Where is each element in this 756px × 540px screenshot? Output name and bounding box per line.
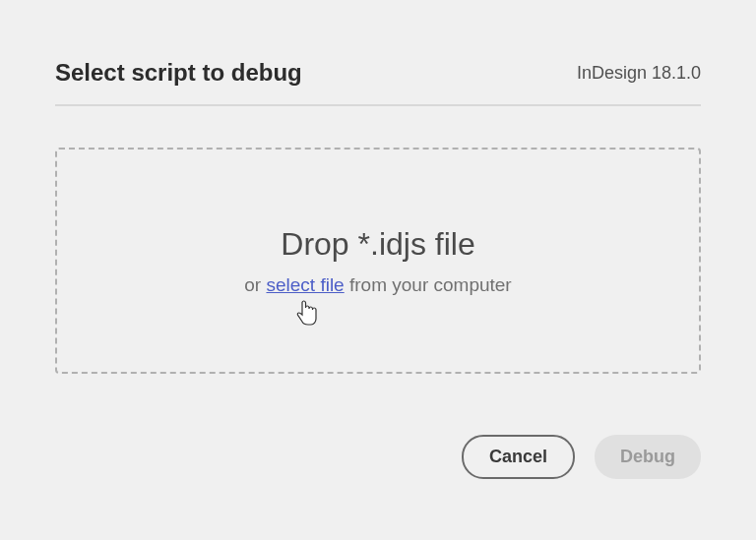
version-label: InDesign 18.1.0 (577, 63, 701, 84)
dropzone-suffix: from your computer (345, 274, 512, 295)
dialog-title: Select script to debug (55, 59, 302, 87)
cancel-button[interactable]: Cancel (462, 435, 575, 479)
debug-button: Debug (595, 435, 701, 479)
dropzone-prefix: or (244, 274, 266, 295)
select-file-link[interactable]: select file (266, 274, 344, 295)
dropzone-subtitle: or select file from your computer (244, 274, 511, 296)
dropzone-main-text: Drop *.idjs file (281, 226, 474, 263)
dialog-header: Select script to debug InDesign 18.1.0 (0, 0, 756, 104)
dialog-footer: Cancel Debug (0, 374, 756, 479)
select-script-dialog: Select script to debug InDesign 18.1.0 D… (0, 0, 756, 479)
file-dropzone[interactable]: Drop *.idjs file or select file from you… (55, 148, 701, 374)
header-separator (55, 104, 701, 106)
